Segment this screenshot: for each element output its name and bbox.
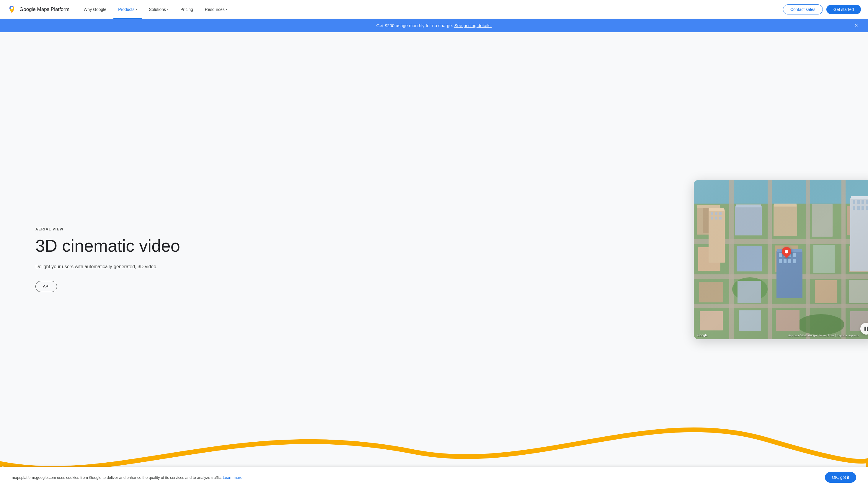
solutions-chevron-icon: ▾: [167, 8, 168, 11]
pin-marker: [780, 245, 793, 258]
nav-solutions[interactable]: Solutions ▾: [144, 5, 173, 14]
map-visual: Google Map data ©2023 Google | Terms of …: [694, 180, 868, 339]
get-started-button[interactable]: Get started: [826, 5, 861, 14]
nav-resources[interactable]: Resources ▾: [200, 5, 232, 14]
nav-products[interactable]: Products ▾: [113, 5, 142, 14]
hero-description: Delight your users with automatically-ge…: [35, 263, 189, 270]
navbar: Google Maps Platform Why Google Products…: [0, 0, 868, 19]
nav-pricing[interactable]: Pricing: [176, 5, 198, 14]
brand-logo[interactable]: Google Maps Platform: [7, 5, 69, 14]
svg-point-1: [11, 7, 13, 9]
pause-icon: [864, 326, 868, 331]
cookie-text: mapsplatform.google.com uses cookies fro…: [12, 475, 244, 480]
map-pin: [782, 247, 791, 256]
hero-eyebrow: AERIAL VIEW: [35, 227, 189, 231]
resources-chevron-icon: ▾: [226, 8, 227, 11]
hero-content: AERIAL VIEW 3D cinematic video Delight y…: [35, 227, 189, 292]
brand-name: Google Maps Platform: [20, 6, 69, 12]
hero-section: AERIAL VIEW 3D cinematic video Delight y…: [0, 32, 868, 487]
contact-sales-button[interactable]: Contact sales: [783, 4, 823, 14]
products-chevron-icon: ▾: [135, 8, 137, 11]
promo-banner: Get $200 usage monthly for no charge. Se…: [0, 19, 868, 32]
svg-rect-65: [867, 327, 868, 331]
maps-logo-icon: [7, 5, 17, 14]
cookie-learn-more-link[interactable]: Learn more: [223, 475, 242, 480]
city-aerial-svg: [694, 180, 868, 339]
banner-close-button[interactable]: ×: [851, 21, 861, 30]
navbar-actions: Contact sales Get started: [783, 4, 861, 14]
banner-text: Get $200 usage monthly for no charge. Se…: [376, 23, 492, 28]
hero-map: Google Map data ©2023 Google | Terms of …: [694, 180, 868, 339]
cookie-ok-button[interactable]: OK, got it: [825, 472, 856, 483]
svg-rect-63: [694, 180, 868, 339]
api-button[interactable]: API: [35, 281, 57, 292]
map-watermark: Google: [698, 334, 707, 337]
nav-why-google[interactable]: Why Google: [79, 5, 111, 14]
nav-items: Why Google Products ▾ Solutions ▾ Pricin…: [79, 5, 783, 14]
cookie-banner: mapsplatform.google.com uses cookies fro…: [0, 467, 868, 487]
hero-title: 3D cinematic video: [35, 236, 189, 256]
map-copyright: Map data ©2023 Google | Terms of Use | R…: [788, 334, 859, 337]
banner-link[interactable]: See pricing details.: [454, 23, 492, 28]
svg-rect-64: [864, 327, 866, 331]
